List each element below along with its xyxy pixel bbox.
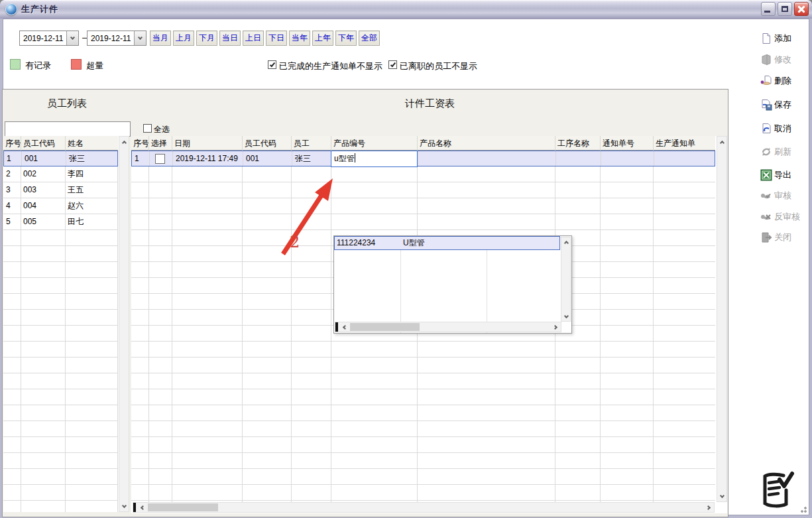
scroll-right-icon[interactable] (551, 322, 560, 332)
minimize-button[interactable] (761, 2, 776, 16)
range-prev-year-button[interactable]: 上年 (312, 31, 333, 46)
range-current-year-button[interactable]: 当年 (289, 31, 310, 46)
col-header-employee[interactable]: 员工 (291, 136, 331, 151)
scroll-up-icon[interactable] (717, 137, 726, 147)
scroll-down-icon[interactable] (717, 491, 726, 501)
select-all-checkbox[interactable] (143, 124, 152, 133)
range-prev-day-button[interactable]: 上日 (243, 31, 264, 46)
maximize-button[interactable] (778, 2, 792, 16)
scroll-right-icon[interactable] (704, 503, 713, 512)
range-all-button[interactable]: 全部 (359, 31, 380, 46)
popup-hscrollbar[interactable] (335, 322, 561, 332)
modify-icon (760, 54, 772, 66)
employee-search-input[interactable] (5, 121, 131, 137)
col-header-seq[interactable]: 序号 (3, 136, 21, 151)
col-header-notice-no[interactable]: 通知单号 (600, 136, 653, 151)
cell-notice-no (601, 151, 654, 166)
employee-row[interactable]: 3 003 王五 (3, 182, 118, 198)
hide-resigned-employees-checkbox[interactable] (388, 60, 397, 69)
cell-select (149, 151, 172, 166)
employee-table-vscrollbar[interactable] (119, 136, 129, 512)
employee-row[interactable]: 1 001 张三 (3, 151, 118, 166)
cell-name: 王五 (65, 182, 118, 198)
scroll-down-icon[interactable] (561, 312, 571, 321)
scroll-up-icon[interactable] (119, 137, 129, 147)
col-header-name[interactable]: 姓名 (65, 136, 118, 151)
piecework-row[interactable]: 1 2019-12-11 17:49 001 张三 u型管 (131, 151, 715, 166)
col-header-date[interactable]: 日期 (172, 136, 242, 151)
col-header-product-code[interactable]: 产品编号 (331, 136, 417, 151)
save-button[interactable]: 保存 (760, 97, 812, 112)
cell-emp-code: 002 (21, 166, 65, 182)
date-to-select[interactable]: 2019-12-11 (87, 31, 146, 46)
scroll-left-icon[interactable] (339, 322, 349, 332)
cell-name: 田七 (65, 214, 118, 230)
unaudit-icon (760, 211, 772, 223)
product-code-option: 111224234 (335, 237, 401, 249)
range-prev-month-button[interactable]: 上月 (173, 31, 194, 46)
product-option-row[interactable]: 111224234 U型管 (334, 236, 560, 250)
cell-seq: 1 (132, 151, 149, 166)
range-current-month-button[interactable]: 当月 (150, 31, 171, 46)
product-code-edit-input[interactable]: u型管 (331, 151, 418, 167)
cell-seq: 5 (3, 214, 21, 230)
col-header-emp-code[interactable]: 员工代码 (21, 136, 65, 151)
date-from-value: 2019-12-11 (20, 34, 66, 43)
cell-emp-code: 005 (21, 214, 65, 230)
hscroll-thumb[interactable] (148, 503, 218, 511)
range-next-day-button[interactable]: 下日 (266, 31, 287, 46)
piecework-table-hscrollbar[interactable] (133, 502, 715, 513)
cell-emp-code: 003 (21, 182, 65, 198)
employee-row[interactable]: 2 002 李四 (3, 166, 118, 182)
modify-button: 修改 (760, 52, 812, 67)
maximize-icon (782, 6, 788, 12)
row-select-checkbox[interactable] (155, 154, 165, 164)
add-icon (760, 32, 772, 44)
date-from-select[interactable]: 2019-12-11 (19, 31, 79, 46)
close-window-button[interactable] (794, 2, 809, 16)
export-button[interactable]: 导出 (760, 168, 812, 182)
resize-grip[interactable] (799, 505, 807, 513)
annotation-step-number: 2 (290, 233, 300, 251)
over-quota-label: 超量 (86, 60, 103, 72)
date-to-dropdown-button[interactable] (134, 31, 146, 45)
col-header-emp-code[interactable]: 员工代码 (242, 136, 291, 151)
cell-employee: 张三 (292, 151, 331, 166)
add-button[interactable]: 添加 (760, 31, 812, 46)
employee-row[interactable]: 4 004 赵六 (3, 198, 118, 214)
window-title: 生产计件 (21, 3, 58, 15)
col-header-select[interactable]: 选择 (148, 136, 172, 151)
cancel-button[interactable]: 取消 (760, 121, 812, 136)
col-header-product-name[interactable]: 产品名称 (417, 136, 555, 151)
app-window: 生产计件 2019-12-11 – 2019-12-11 当月 上月 下月 当日… (0, 0, 812, 518)
employee-list-title: 员工列表 (5, 97, 129, 110)
employee-table-header: 序号 员工代码 姓名 (3, 136, 118, 151)
exit-door-icon (760, 231, 772, 243)
date-from-dropdown-button[interactable] (66, 31, 78, 45)
cell-seq: 4 (3, 198, 21, 214)
export-excel-icon (760, 169, 772, 181)
cell-name: 张三 (66, 151, 119, 166)
col-header-production-notice[interactable]: 生产通知单 (653, 136, 715, 151)
piecework-table-vscrollbar[interactable] (717, 136, 727, 502)
main-panel: 员工列表 计件工资表 全选 序号 员工代码 姓名 1 001 张三 (2, 89, 728, 517)
hscroll-thumb[interactable] (350, 323, 420, 331)
cell-seq: 1 (4, 151, 21, 166)
col-header-process-name[interactable]: 工序名称 (555, 136, 600, 151)
col-header-seq[interactable]: 序号 (131, 136, 148, 151)
select-all-label: 全选 (154, 124, 170, 135)
scroll-up-icon[interactable] (561, 237, 571, 247)
popup-vscrollbar[interactable] (561, 237, 571, 322)
range-next-year-button[interactable]: 下年 (335, 31, 357, 46)
delete-button[interactable]: 删除 (760, 74, 812, 88)
splitter-handle[interactable] (335, 322, 338, 332)
window-content: 2019-12-11 – 2019-12-11 当月 上月 下月 当日 上日 下… (3, 19, 809, 515)
close-form-button: 关闭 (760, 230, 812, 245)
hide-finished-orders-checkbox[interactable] (268, 60, 276, 69)
employee-row[interactable]: 5 005 田七 (3, 214, 118, 230)
range-next-month-button[interactable]: 下月 (196, 31, 217, 46)
scroll-down-icon[interactable] (119, 501, 129, 511)
splitter-handle[interactable] (133, 503, 136, 512)
scroll-left-icon[interactable] (137, 503, 146, 512)
range-current-day-button[interactable]: 当日 (219, 31, 241, 46)
